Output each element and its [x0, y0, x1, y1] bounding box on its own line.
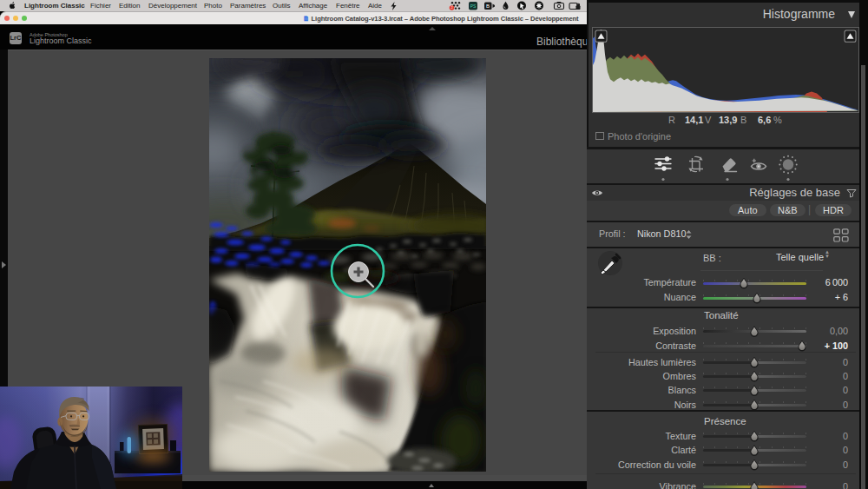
svg-text:B: B	[486, 3, 490, 9]
svg-text:PS: PS	[470, 3, 477, 9]
